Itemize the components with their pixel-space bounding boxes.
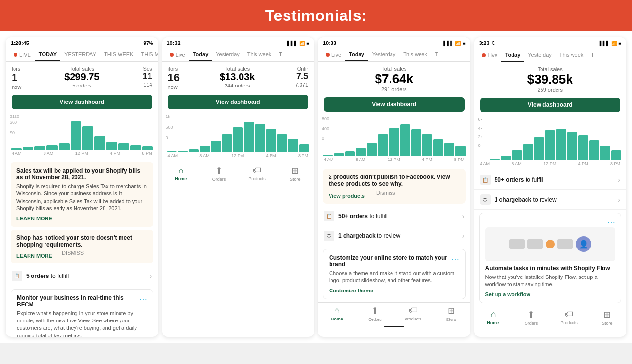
dashboard-btn-2[interactable]: View dashboard — [168, 95, 309, 109]
time-2: 10:32 — [167, 40, 181, 46]
bar-2-7 — [233, 127, 243, 153]
flow-link-4[interactable]: Set up a workflow — [485, 291, 531, 297]
tab-t-4[interactable]: T — [587, 48, 598, 62]
tab-today-2[interactable]: Today — [189, 48, 212, 61]
tab-today-4[interactable]: Today — [501, 48, 525, 62]
nav-home-2[interactable]: ⌂ Home — [162, 165, 200, 182]
nav-home-4[interactable]: ⌂ Home — [474, 309, 512, 326]
tab-yesterday-3[interactable]: Yesterday — [368, 48, 400, 61]
tab-yesterday-1[interactable]: YESTERDAY — [60, 48, 100, 61]
nav-orders-4[interactable]: ⬆ Orders — [512, 309, 550, 326]
online-label-2: Onlir — [295, 66, 308, 72]
tab-t-3[interactable]: T — [431, 48, 442, 61]
tab-thisweek-2[interactable]: This week — [243, 48, 275, 61]
tab-bar-3: Live Today Yesterday This week T — [318, 48, 470, 62]
nav-products-4[interactable]: 🏷 Products — [550, 309, 588, 326]
bar-2-8 — [244, 122, 254, 152]
orders-label-2: Orders — [212, 177, 226, 182]
bar-2-2 — [178, 151, 188, 153]
tab-live-1[interactable]: LIVE — [10, 48, 35, 61]
chargeback-left-4: 🛡 1 chargeback to review — [480, 194, 557, 205]
nav-orders-3[interactable]: ⬆ Orders — [356, 306, 394, 322]
tab-live-3[interactable]: Live — [322, 48, 345, 61]
total-sales-label-3: Total sales — [324, 66, 465, 72]
chargeback-chevron-3: › — [462, 232, 465, 240]
products-label-2: Products — [248, 176, 266, 181]
bar-4-1 — [479, 160, 489, 160]
bar-4-12 — [600, 146, 610, 161]
bar-3-6 — [378, 134, 388, 157]
screenshots-container: 1:28:45 97% LIVE TODAY YESTERDAY THIS WE… — [0, 31, 632, 343]
orders-row-left-4: 📋 50+ orders to fulfill — [480, 175, 544, 185]
tab-today-3[interactable]: Today — [345, 48, 368, 61]
fb-view-products-3[interactable]: View products — [329, 193, 365, 199]
bottom-nav-3: ⌂ Home ⬆ Orders 🏷 Products ⊞ Store — [318, 302, 470, 324]
nav-products-3[interactable]: 🏷 Products — [394, 306, 432, 322]
chargeback-row-4[interactable]: 🛡 1 chargeback to review › — [474, 190, 627, 210]
sessions-value-1: 11 — [142, 72, 152, 82]
nav-store-3[interactable]: ⊞ Store — [432, 306, 470, 322]
alert-box-1: Sales tax will be applied to your Shopif… — [11, 162, 153, 227]
sessions-sub-1: 114 — [142, 82, 152, 87]
wifi-4: 📶 — [611, 41, 617, 46]
flow-circle-4: 👤 — [576, 236, 591, 252]
orders-1: 5 orders — [21, 83, 142, 88]
home-icon-4: ⌂ — [490, 309, 496, 320]
bar-3-9 — [411, 129, 421, 156]
tab-thisweek-4[interactable]: This week — [556, 48, 587, 62]
home-label-2: Home — [175, 176, 187, 181]
alert-learn-more-2[interactable]: LEARN MORE — [16, 253, 52, 259]
live-dot-3 — [326, 53, 330, 57]
tab-live-4[interactable]: Live — [478, 48, 501, 62]
tab-thism-1[interactable]: THIS M — [137, 48, 158, 61]
bar-3-10 — [422, 134, 432, 157]
dashboard-btn-4[interactable]: View dashboard — [480, 98, 621, 112]
nav-products-2[interactable]: 🏷 Products — [238, 165, 276, 182]
fb-alert-3: 2 products didn't publish to Facebook. V… — [323, 169, 466, 204]
fb-dismiss-3[interactable]: Dismiss — [376, 190, 395, 199]
bar-1-8 — [94, 136, 105, 150]
orders-fulfill-row-3[interactable]: 📋 50+ orders to fulfill › — [318, 206, 470, 226]
store-icon-4: ⊞ — [603, 309, 611, 320]
tab-t-2[interactable]: T — [275, 48, 286, 61]
dashboard-btn-1[interactable]: View dashboard — [12, 95, 152, 109]
tab-today-1[interactable]: TODAY — [35, 48, 60, 61]
nav-orders-2[interactable]: ⬆ Orders — [200, 165, 238, 182]
orders-icon-nav-4: ⬆ — [527, 309, 535, 320]
tab-thisweek-1[interactable]: THIS WEEK — [100, 48, 137, 61]
bfcm-more-1[interactable]: ⋯ — [139, 294, 147, 304]
home-label-4: Home — [487, 320, 499, 325]
chart-area-3: 800 400 0 — [318, 115, 470, 166]
bar-1-12 — [142, 146, 153, 150]
tab-yesterday-4[interactable]: Yesterday — [524, 48, 556, 62]
home-icon-2: ⌂ — [178, 165, 183, 175]
chargeback-row-3[interactable]: 🛡 1 chargeback to review › — [318, 226, 470, 246]
chargeback-icon-3: 🛡 — [324, 231, 334, 241]
tab-yesterday-2[interactable]: Yesterday — [212, 48, 243, 61]
customize-link-3[interactable]: Customize theme — [329, 288, 373, 293]
flow-card-4: ⋯ 👤 Automate tasks in minutes with Shopi… — [479, 213, 622, 303]
dashboard-btn-3[interactable]: View dashboard — [324, 97, 465, 112]
nav-home-3[interactable]: ⌂ Home — [318, 306, 356, 322]
flow-more-4[interactable]: ⋯ — [607, 218, 615, 227]
nav-store-2[interactable]: ⊞ Store — [276, 165, 314, 182]
bar-1-3 — [34, 146, 45, 150]
total-sales-value-1: $299.75 — [21, 72, 142, 83]
tab-live-2[interactable]: Live — [166, 48, 189, 61]
battery-4: ■ — [618, 41, 621, 46]
orders-text-1: 5 orders to fulfill — [26, 273, 69, 279]
customize-more-3[interactable]: ⋯ — [451, 254, 459, 263]
total-sales-label-4: Total sales — [480, 66, 621, 72]
stats-left-2: itors 16 now — [168, 66, 180, 90]
bar-4-10 — [578, 135, 588, 161]
chart-area-4: 6k 4k 2k 0 — [474, 115, 627, 170]
tab-thisweek-3[interactable]: This week — [399, 48, 431, 61]
orders-fulfill-row-1[interactable]: 📋 5 orders to fulfill › — [6, 266, 158, 286]
orders-fulfill-row-4[interactable]: 📋 50+ orders to fulfill › — [474, 170, 627, 190]
total-sales-1: Total sales $299.75 5 orders — [21, 66, 142, 88]
alert-dismiss-2[interactable]: DISMISS — [62, 250, 84, 259]
nav-store-4[interactable]: ⊞ Store — [588, 309, 626, 326]
bar-4-6 — [534, 137, 544, 160]
alert-learn-more-1[interactable]: LEARN MORE — [16, 216, 52, 221]
chargeback-icon-4: 🛡 — [480, 194, 491, 205]
